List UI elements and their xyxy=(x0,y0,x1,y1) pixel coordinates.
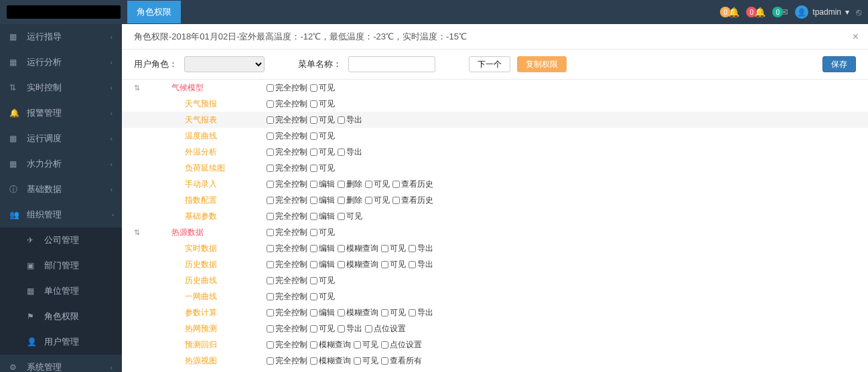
perm-checkbox[interactable]: 完全控制 xyxy=(267,307,307,318)
perm-checkbox[interactable]: 导出 xyxy=(409,259,433,270)
perm-checkbox[interactable]: 点位设置 xyxy=(381,339,422,351)
checkbox[interactable] xyxy=(338,149,345,156)
checkbox[interactable] xyxy=(381,341,388,349)
perm-checkbox[interactable]: 删除 xyxy=(338,195,362,206)
perm-checkbox[interactable]: 编辑 xyxy=(310,179,335,190)
checkbox[interactable] xyxy=(267,261,274,268)
sidebar-item-7[interactable]: 👥组织管理˅ xyxy=(0,202,122,227)
perm-checkbox[interactable]: 点位设置 xyxy=(365,323,406,335)
perm-checkbox[interactable]: 可见 xyxy=(310,291,335,302)
user-menu[interactable]: 👤 tpadmin ▾ xyxy=(795,5,849,19)
checkbox[interactable] xyxy=(310,181,317,188)
notif-3[interactable]: 0 ✉ xyxy=(772,7,788,17)
checkbox[interactable] xyxy=(310,116,317,124)
perm-name[interactable]: 指数配置 xyxy=(146,195,267,206)
copy-perm-button[interactable]: 复制权限 xyxy=(517,56,567,72)
perm-name[interactable]: 热网预测 xyxy=(146,323,267,335)
checkbox[interactable] xyxy=(354,341,361,349)
checkbox[interactable] xyxy=(338,309,345,316)
checkbox[interactable] xyxy=(267,325,274,333)
checkbox[interactable] xyxy=(267,116,274,124)
notif-1[interactable]: 0 🔔 xyxy=(720,7,739,17)
perm-name[interactable]: 历史曲线 xyxy=(146,275,267,286)
perm-checkbox[interactable]: 可见 xyxy=(310,163,335,174)
checkbox[interactable] xyxy=(338,197,345,204)
menu-name-input[interactable] xyxy=(348,56,435,72)
checkbox[interactable] xyxy=(310,325,317,333)
checkbox[interactable] xyxy=(310,357,317,365)
checkbox[interactable] xyxy=(338,261,345,268)
perm-checkbox[interactable]: 导出 xyxy=(409,307,433,318)
sidebar-sub-item-2[interactable]: ▦单位管理 xyxy=(0,278,122,304)
logout-icon[interactable]: ⎋ xyxy=(856,7,861,17)
perm-name[interactable]: 历史数据 xyxy=(146,259,267,270)
perm-checkbox[interactable]: 模糊查询 xyxy=(338,259,378,270)
perm-checkbox[interactable]: 编辑 xyxy=(310,243,335,254)
checkbox[interactable] xyxy=(310,229,317,236)
checkbox[interactable] xyxy=(381,245,388,252)
perm-checkbox[interactable]: 删除 xyxy=(338,179,362,190)
sidebar-item-3[interactable]: 🔔报警管理‹ xyxy=(0,100,122,126)
perm-checkbox[interactable]: 完全控制 xyxy=(267,211,307,222)
perm-checkbox[interactable]: 可见 xyxy=(310,147,335,158)
checkbox[interactable] xyxy=(381,357,388,365)
checkbox[interactable] xyxy=(338,181,345,188)
perm-checkbox[interactable]: 模糊查询 xyxy=(338,243,378,254)
perm-checkbox[interactable]: 导出 xyxy=(409,243,433,254)
perm-name[interactable]: 参数计算 xyxy=(146,307,267,318)
perm-checkbox[interactable]: 模糊查询 xyxy=(338,307,378,318)
perm-name[interactable]: 热源数据 xyxy=(146,227,267,238)
perm-checkbox[interactable]: 完全控制 xyxy=(267,163,307,174)
sort-handle[interactable]: ⇅ xyxy=(122,84,146,92)
perm-checkbox[interactable]: 查看历史 xyxy=(392,179,433,190)
perm-checkbox[interactable]: 查看历史 xyxy=(392,195,433,206)
perm-checkbox[interactable]: 可见 xyxy=(310,227,335,238)
checkbox[interactable] xyxy=(267,293,274,300)
checkbox[interactable] xyxy=(409,261,416,268)
perm-checkbox[interactable]: 模糊查询 xyxy=(310,355,351,367)
checkbox[interactable] xyxy=(310,341,317,349)
perm-checkbox[interactable]: 完全控制 xyxy=(267,179,307,190)
checkbox[interactable] xyxy=(310,277,317,284)
perm-name[interactable]: 温度曲线 xyxy=(146,130,267,142)
perm-checkbox[interactable]: 完全控制 xyxy=(267,339,307,351)
active-tab[interactable]: 角色权限 xyxy=(127,1,181,23)
perm-checkbox[interactable]: 可见 xyxy=(365,179,390,190)
perm-checkbox[interactable]: 可见 xyxy=(310,275,335,286)
perm-checkbox[interactable]: 可见 xyxy=(310,323,335,335)
perm-checkbox[interactable]: 可见 xyxy=(381,307,406,318)
perm-checkbox[interactable]: 编辑 xyxy=(310,259,335,270)
checkbox[interactable] xyxy=(338,213,345,220)
checkbox[interactable] xyxy=(409,245,416,252)
checkbox[interactable] xyxy=(310,261,317,268)
checkbox[interactable] xyxy=(267,341,274,349)
perm-name[interactable]: 外温分析 xyxy=(146,147,267,158)
perm-checkbox[interactable]: 导出 xyxy=(338,323,362,335)
checkbox[interactable] xyxy=(310,84,317,92)
next-button[interactable]: 下一个 xyxy=(469,56,510,72)
perm-checkbox[interactable]: 完全控制 xyxy=(267,98,307,110)
perm-checkbox[interactable]: 可见 xyxy=(354,355,378,367)
checkbox[interactable] xyxy=(365,181,372,188)
perm-checkbox[interactable]: 完全控制 xyxy=(267,227,307,238)
checkbox[interactable] xyxy=(267,84,274,92)
perm-checkbox[interactable]: 编辑 xyxy=(310,195,335,206)
perm-checkbox[interactable]: 可见 xyxy=(354,339,378,351)
perm-name[interactable]: 预测回归 xyxy=(146,339,267,351)
perm-name[interactable]: 实时数据 xyxy=(146,243,267,254)
sidebar-item-1[interactable]: ▦运行分析‹ xyxy=(0,50,122,75)
sidebar-item-5[interactable]: ▦水力分析‹ xyxy=(0,151,122,177)
checkbox[interactable] xyxy=(310,165,317,172)
sidebar-item-2[interactable]: ⇅实时控制‹ xyxy=(0,75,122,100)
perm-checkbox[interactable]: 可见 xyxy=(310,98,335,110)
checkbox[interactable] xyxy=(267,149,274,156)
checkbox[interactable] xyxy=(267,100,274,108)
sort-handle[interactable]: ⇅ xyxy=(122,228,146,237)
save-button[interactable]: 保存 xyxy=(822,56,856,72)
checkbox[interactable] xyxy=(310,309,317,316)
perm-checkbox[interactable]: 完全控制 xyxy=(267,130,307,142)
perm-name[interactable]: 天气报表 xyxy=(146,114,267,126)
perm-checkbox[interactable]: 可见 xyxy=(310,130,335,142)
checkbox[interactable] xyxy=(409,309,416,316)
perm-checkbox[interactable]: 编辑 xyxy=(310,211,335,222)
